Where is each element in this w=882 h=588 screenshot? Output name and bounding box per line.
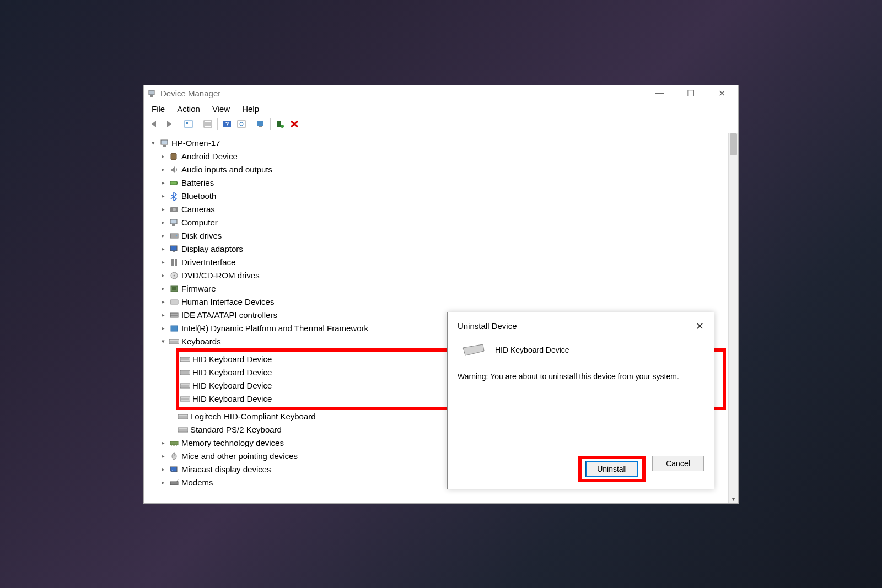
svg-rect-68 (170, 482, 178, 485)
svg-rect-19 (170, 181, 177, 185)
svg-rect-12 (257, 121, 263, 126)
svg-rect-1 (150, 95, 153, 97)
caret-icon[interactable] (159, 178, 167, 188)
caret-icon[interactable] (159, 297, 167, 307)
caret-icon[interactable] (159, 310, 167, 320)
firmware-icon (169, 284, 179, 293)
tree-category-label: Android Device (181, 150, 238, 163)
scroll-down-icon[interactable]: ▾ (729, 496, 738, 502)
tree-category-label: Firmware (181, 282, 216, 295)
tree-item-label: Standard PS/2 Keyboard (190, 423, 282, 436)
caret-icon[interactable] (159, 165, 167, 175)
mouse-icon (169, 452, 179, 461)
cancel-button[interactable]: Cancel (652, 456, 704, 471)
bluetooth-icon (169, 192, 179, 201)
caret-icon[interactable] (159, 257, 167, 267)
tree-root-label: HP-Omen-17 (171, 137, 220, 150)
maximize-button[interactable]: ☐ (683, 88, 698, 99)
svg-rect-39 (169, 339, 179, 344)
caret-icon[interactable] (159, 337, 167, 347)
tree-category[interactable]: DriverInterface (159, 256, 726, 269)
caret-icon[interactable] (159, 284, 167, 294)
tree-category[interactable]: Display adaptors (159, 242, 726, 256)
svg-rect-51 (180, 397, 190, 401)
menu-file[interactable]: File (152, 104, 165, 114)
back-icon[interactable] (148, 117, 162, 131)
tree-category-label: Miracast display devices (181, 463, 271, 476)
title-bar: Device Manager — ☐ ✕ (144, 85, 738, 102)
caret-icon[interactable] (159, 231, 167, 241)
uninstall-device-icon[interactable] (273, 117, 287, 131)
disk-icon (169, 231, 179, 240)
scrollbar-thumb[interactable] (730, 133, 737, 155)
driver-icon (169, 258, 179, 267)
caret-icon[interactable] (159, 204, 167, 214)
tree-category[interactable]: Computer (159, 216, 726, 229)
tree-category-label: Audio inputs and outputs (181, 163, 272, 176)
svg-point-22 (173, 208, 176, 211)
tree-category[interactable]: Bluetooth (159, 190, 726, 203)
tree-category[interactable]: Cameras (159, 203, 726, 216)
update-driver-icon[interactable] (254, 117, 267, 131)
show-hidden-icon[interactable] (182, 117, 195, 131)
keyboard-icon (178, 412, 188, 421)
keyboard-icon (180, 395, 190, 403)
svg-rect-10 (238, 121, 245, 127)
caret-icon[interactable] (159, 271, 167, 280)
svg-point-11 (240, 122, 243, 126)
svg-rect-29 (171, 259, 174, 266)
modem-icon (169, 478, 179, 487)
caret-icon[interactable] (159, 244, 167, 254)
keyboard-icon (169, 337, 179, 346)
dialog-close-button[interactable]: ✕ (696, 320, 704, 332)
tree-category-label: Mice and other pointing devices (181, 450, 298, 463)
vertical-scrollbar[interactable]: ▴ ▾ (728, 133, 738, 503)
tree-category[interactable]: Android Device (159, 150, 726, 163)
window-controls: — ☐ ✕ (652, 88, 735, 99)
svg-rect-3 (186, 122, 188, 124)
svg-rect-27 (170, 246, 177, 251)
menu-view[interactable]: View (212, 104, 230, 114)
help-icon[interactable]: ? (220, 117, 234, 131)
tree-item-label: HID Keyboard Device (192, 379, 272, 392)
tree-category[interactable]: Disk drives (159, 229, 726, 242)
caret-icon[interactable] (149, 138, 157, 148)
tree-item-label: Logitech HID-Compliant Keyboard (190, 410, 316, 423)
keyboard-icon (462, 343, 485, 357)
svg-rect-23 (170, 219, 177, 224)
minimize-button[interactable]: — (652, 88, 668, 99)
tree-category-label: Disk drives (181, 229, 222, 242)
forward-icon[interactable] (163, 117, 176, 131)
close-button[interactable]: ✕ (714, 88, 729, 99)
tree-category[interactable]: Firmware (159, 282, 726, 295)
caret-icon[interactable] (159, 465, 167, 474)
uninstall-button[interactable]: Uninstall (586, 461, 638, 477)
tree-category[interactable]: Batteries (159, 176, 726, 190)
tree-category-label: Bluetooth (181, 190, 216, 203)
tree-category-label: Computer (181, 216, 218, 229)
svg-rect-54 (178, 414, 188, 419)
ide-icon (169, 311, 179, 320)
caret-icon[interactable] (159, 438, 167, 448)
svg-rect-20 (177, 182, 178, 184)
caret-icon[interactable] (159, 451, 167, 461)
toolbar: ? (144, 116, 738, 133)
menu-action[interactable]: Action (177, 104, 200, 114)
tree-category[interactable]: Human Interface Devices (159, 295, 726, 309)
caret-icon[interactable] (159, 152, 167, 161)
tree-category[interactable]: DVD/CD-ROM drives (159, 269, 726, 282)
tree-category-label: Keyboards (181, 335, 221, 348)
scan-icon[interactable] (235, 117, 248, 131)
tree-item-label: HID Keyboard Device (192, 392, 272, 406)
caret-icon[interactable] (159, 218, 167, 228)
menu-help[interactable]: Help (242, 104, 259, 114)
caret-icon[interactable] (159, 478, 167, 488)
svg-rect-17 (163, 145, 166, 147)
delete-icon[interactable] (288, 117, 301, 131)
properties-icon[interactable] (201, 117, 214, 131)
tree-root[interactable]: HP-Omen-17 (149, 137, 726, 150)
caret-icon[interactable] (159, 191, 167, 201)
dialog-device-name: HID Keyboard Device (495, 346, 569, 354)
caret-icon[interactable] (159, 323, 167, 333)
tree-category[interactable]: Audio inputs and outputs (159, 163, 726, 176)
